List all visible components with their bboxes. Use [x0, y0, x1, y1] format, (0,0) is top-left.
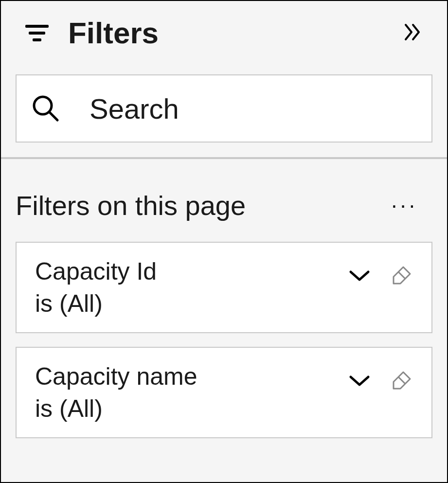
pane-title: Filters	[68, 16, 159, 50]
expand-filter-button[interactable]	[349, 374, 370, 388]
search-box[interactable]	[16, 74, 432, 143]
chevron-down-icon	[349, 374, 370, 388]
svg-line-1	[50, 112, 57, 120]
search-container	[1, 60, 447, 157]
search-icon	[31, 94, 60, 123]
eraser-icon	[390, 264, 413, 287]
filter-label: Capacity name	[35, 362, 339, 391]
collapse-pane-button[interactable]	[398, 18, 428, 49]
more-options-button[interactable]: ···	[386, 188, 423, 222]
filter-actions	[349, 257, 413, 287]
filter-text: Capacity name is (All)	[35, 362, 339, 423]
section-header: Filters on this page ···	[16, 188, 432, 222]
filter-actions	[349, 362, 413, 393]
svg-line-2	[398, 272, 405, 279]
filter-card-capacity-name[interactable]: Capacity name is (All)	[16, 347, 432, 438]
filter-icon	[25, 25, 49, 41]
filters-on-page-section: Filters on this page ··· Capacity Id is …	[1, 159, 447, 466]
filter-value: is (All)	[35, 289, 339, 318]
filter-value: is (All)	[35, 394, 339, 423]
clear-filter-button[interactable]	[390, 369, 413, 393]
filter-text: Capacity Id is (All)	[35, 257, 339, 318]
svg-line-3	[398, 377, 405, 384]
chevron-double-right-icon	[403, 22, 423, 42]
eraser-icon	[390, 369, 413, 393]
filters-pane-header: Filters	[1, 1, 447, 60]
expand-filter-button[interactable]	[349, 269, 370, 283]
chevron-down-icon	[349, 269, 370, 283]
filter-label: Capacity Id	[35, 257, 339, 286]
section-title: Filters on this page	[16, 190, 246, 221]
search-input[interactable]	[90, 92, 417, 125]
filter-card-capacity-id[interactable]: Capacity Id is (All)	[16, 242, 432, 333]
clear-filter-button[interactable]	[390, 264, 413, 287]
